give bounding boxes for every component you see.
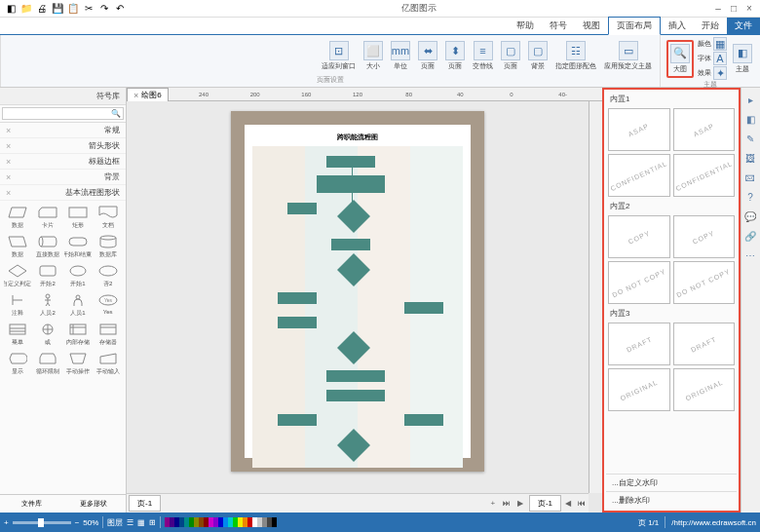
zoom-value[interactable]: 50% — [83, 518, 98, 527]
shape-para[interactable]: 数据 — [4, 205, 32, 230]
sidebar-comment-icon[interactable]: 💬 — [742, 209, 758, 224]
ribbon-fit[interactable]: ⊡适应到窗口 — [320, 39, 358, 73]
page-nav-first[interactable]: ⏮ — [575, 499, 589, 508]
shape-or[interactable]: 或 — [34, 322, 62, 347]
window-close[interactable]: × — [742, 2, 756, 16]
shape-manop[interactable]: 手动操作 — [64, 351, 93, 376]
wm-remove[interactable]: 删除水印... — [606, 491, 737, 509]
ribbon-size[interactable]: ⬜大小 — [361, 39, 385, 73]
page-add[interactable]: + — [486, 499, 500, 508]
zoom-out[interactable]: − — [75, 518, 80, 527]
sidebar-shapes-icon[interactable]: ◧ — [742, 111, 758, 127]
page-nav-next[interactable]: ▶ — [513, 499, 527, 508]
zoom-slider[interactable] — [13, 521, 71, 524]
shape-diam[interactable]: 自定义判定 — [4, 263, 32, 288]
flowchart[interactable] — [252, 146, 463, 468]
qat-cut-icon[interactable]: ✂ — [82, 2, 95, 16]
page-tab-1[interactable]: 页-1 — [529, 495, 561, 512]
shape-stor[interactable]: 存储器 — [94, 322, 122, 347]
sidebar-text-icon[interactable]: 🖂 — [742, 170, 758, 185]
page-tab-2[interactable]: 页-1 — [129, 495, 161, 512]
wm-tile-original-2[interactable]: ORIGINAL — [608, 368, 670, 411]
wm-tile-copy-2[interactable]: COPY — [608, 215, 670, 258]
shape-menu[interactable]: 菜单 — [4, 322, 32, 347]
window-min[interactable]: – — [711, 2, 725, 16]
close-icon[interactable]: × — [6, 188, 11, 198]
zoom-in[interactable]: + — [4, 518, 9, 527]
wm-custom[interactable]: 自定义水印... — [606, 474, 737, 491]
category-flowchart[interactable]: 基本流程图形状× — [0, 185, 126, 201]
shape-card[interactable]: 卡片 — [34, 205, 62, 230]
tab-insert[interactable]: 插入 — [661, 18, 694, 34]
tab-symbol[interactable]: 符号 — [542, 18, 575, 34]
sidebar-image-icon[interactable]: 🖼 — [742, 150, 758, 166]
category-general[interactable]: 常规× — [0, 123, 126, 138]
tab-pagelayout[interactable]: 页面布局 — [608, 17, 661, 35]
close-icon[interactable]: × — [6, 126, 11, 135]
sidebar-help-icon[interactable]: ? — [742, 189, 758, 205]
ribbon-background[interactable]: ▢背景 — [526, 39, 550, 73]
canvas-scroll[interactable]: 跨职能流程图 — [127, 101, 589, 493]
close-icon[interactable]: × — [6, 141, 11, 151]
ribbon-colors[interactable]: ▦颜色 — [698, 37, 727, 51]
ribbon-pageh[interactable]: ⬍页面 — [443, 39, 467, 73]
ribbon-apply-theme[interactable]: ▭应用预定义主题 — [602, 39, 654, 73]
sidebar-clipart-icon[interactable]: ✎ — [742, 131, 758, 146]
shape-manin[interactable]: 手动输入 — [94, 351, 122, 376]
qat-app-icon[interactable]: ◧ — [4, 2, 18, 16]
qat-redo-icon[interactable]: ↷ — [97, 2, 111, 16]
ribbon-watermark-highlighted[interactable]: 🔍大图 — [666, 40, 694, 78]
wm-tile-donotcopy-2[interactable]: DO NOT COPY — [608, 261, 670, 304]
symbol-search-input[interactable] — [2, 107, 124, 120]
color-palette[interactable] — [165, 517, 277, 527]
wm-tile-draft-2[interactable]: DRAFT — [608, 323, 670, 365]
ribbon-pagew[interactable]: ⬌页面 — [416, 39, 439, 73]
shape-disp[interactable]: 显示 — [4, 351, 32, 376]
category-borders[interactable]: 标题边框× — [0, 154, 126, 170]
qat-paste-icon[interactable]: 📋 — [66, 2, 80, 16]
view-mode-1[interactable]: ⊞ — [149, 518, 156, 527]
close-doc-icon[interactable]: × — [133, 91, 138, 100]
close-icon[interactable]: × — [6, 172, 11, 182]
wm-tile-draft-1[interactable]: DRAFT — [673, 323, 736, 365]
canvas-doc-tab[interactable]: 绘图6× — [127, 88, 169, 102]
wm-tile-confidential-2[interactable]: CONFIDENTIAL — [608, 154, 670, 197]
shape-person2[interactable]: 人员2 — [34, 292, 62, 318]
shape-cylh[interactable]: 直接数据 — [34, 234, 62, 259]
shape-doc[interactable]: 文档 — [94, 205, 122, 230]
drawing-page[interactable]: 跨职能流程图 — [231, 111, 484, 472]
tab-home[interactable]: 开始 — [694, 18, 727, 34]
shape-loop[interactable]: 循环限制 — [34, 351, 62, 376]
shape-intstor[interactable]: 内部存储 — [64, 322, 93, 347]
wm-tile-asap-2[interactable]: ASAP — [608, 108, 670, 151]
view-mode-3[interactable]: ☰ — [127, 518, 133, 527]
shape-term[interactable]: 开始和结束 — [64, 234, 93, 259]
more-shapes-btn[interactable]: 更多形状 — [64, 497, 125, 511]
tab-file[interactable]: 文件 — [727, 18, 760, 34]
ribbon-fonts[interactable]: A字体 — [698, 52, 727, 65]
sidebar-link-icon[interactable]: 🔗 — [742, 228, 758, 244]
ribbon-page[interactable]: ▢页面 — [499, 39, 522, 73]
wm-tile-asap-1[interactable]: ASAP — [673, 108, 736, 151]
qat-open-icon[interactable]: 📁 — [19, 2, 33, 16]
shape-ell2[interactable]: 开始1 — [64, 263, 93, 288]
tab-view[interactable]: 视图 — [575, 18, 608, 34]
sidebar-pointer-icon[interactable]: ▸ — [742, 92, 758, 107]
ribbon-shape-color[interactable]: ☷指定图形配色 — [553, 39, 598, 73]
page-nav-last[interactable]: ⏭ — [500, 499, 513, 508]
ribbon-theme[interactable]: ◧主题 — [731, 42, 754, 76]
wm-tile-original-1[interactable]: ORIGINAL — [673, 368, 736, 411]
ribbon-altlines[interactable]: ≡交替线 — [471, 39, 495, 73]
shape-yes[interactable]: YesYes — [94, 292, 122, 318]
ribbon-units[interactable]: mm单位 — [389, 39, 412, 73]
wm-tile-donotcopy-1[interactable]: DO NOT COPY — [673, 261, 736, 304]
close-icon[interactable]: × — [6, 157, 11, 167]
shape-note[interactable]: 注释 — [4, 292, 32, 318]
tab-help[interactable]: 帮助 — [509, 18, 542, 34]
sidebar-more-icon[interactable]: ⋯ — [742, 247, 758, 263]
wm-tile-confidential-1[interactable]: CONFIDENTIAL — [673, 154, 736, 197]
file-library-btn[interactable]: 文件库 — [2, 497, 62, 511]
category-arrows[interactable]: 箭头形状× — [0, 138, 126, 154]
shape-rect2[interactable]: 开始2 — [34, 263, 62, 288]
page-nav-prev[interactable]: ◀ — [561, 499, 575, 508]
